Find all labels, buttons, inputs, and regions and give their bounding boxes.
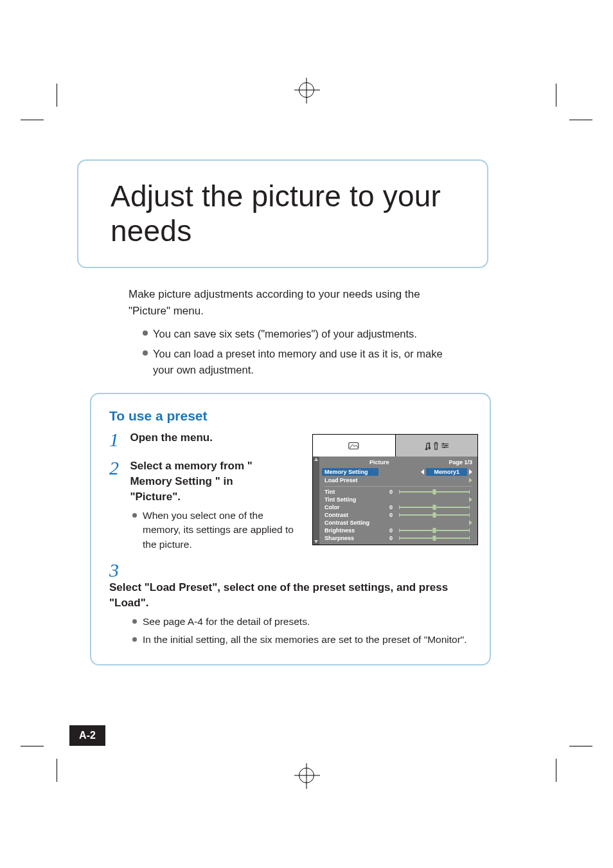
- scroll-down-icon: [314, 540, 318, 543]
- step-3: 3 Select "Load Preset", select one of th…: [109, 561, 472, 647]
- step-note: When you select one of the memory, its s…: [132, 509, 299, 552]
- osd-row-label: Memory Setting: [322, 468, 378, 476]
- crop-mark: [569, 746, 592, 746]
- osd-header: Picture Page 1/3: [319, 457, 477, 467]
- crop-mark: [57, 759, 57, 782]
- intro-bullet: You can save six sets ("memories") of yo…: [143, 326, 450, 342]
- preset-heading: To use a preset: [109, 408, 472, 424]
- osd-row-value: 0: [381, 535, 393, 541]
- crop-mark: [556, 84, 556, 107]
- preset-box: To use a preset 1 Open the menu. 2 Selec…: [90, 393, 491, 665]
- osd-row-value: 0: [381, 527, 393, 534]
- picture-tab-icon: [348, 441, 360, 450]
- osd-row-label: Tint Setting: [324, 496, 381, 503]
- scroll-up-icon: [314, 458, 318, 461]
- osd-scrollbar[interactable]: [313, 457, 319, 545]
- content-area: Adjust the picture to your needs Make pi…: [90, 159, 501, 665]
- osd-row-color[interactable]: Color 0: [319, 503, 477, 511]
- crop-mark: [21, 120, 44, 120]
- step-head: Select a memory from " Memory Setting " …: [130, 458, 278, 504]
- intro-bullet: You can load a preset into memory and us…: [143, 346, 450, 378]
- osd-tab-picture[interactable]: [313, 435, 395, 457]
- intro-bullets: You can save six sets ("memories") of yo…: [129, 326, 450, 377]
- osd-row-contrast-setting[interactable]: Contrast Setting: [319, 519, 477, 527]
- osd-row-value: 0: [381, 504, 393, 511]
- title-block: Adjust the picture to your needs: [77, 159, 488, 268]
- crop-mark: [556, 759, 556, 782]
- step-number: 2: [109, 458, 127, 478]
- osd-tab-other[interactable]: [395, 435, 478, 457]
- svg-rect-1: [443, 444, 444, 445]
- triangle-left-icon: [421, 469, 424, 475]
- osd-tabs: [313, 435, 477, 457]
- step-note: In the initial setting, all the six memo…: [132, 633, 472, 647]
- svg-rect-2: [445, 445, 447, 446]
- osd-page-indicator: Page 1/3: [449, 459, 472, 466]
- crop-mark: [21, 746, 44, 746]
- wrench-icon: [433, 442, 439, 450]
- sliders-icon: [441, 442, 449, 449]
- osd-row-label: Color: [324, 504, 381, 511]
- triangle-right-icon: [469, 469, 472, 475]
- osd-body: Picture Page 1/3 Memory Setting Memory1 …: [313, 457, 477, 545]
- osd-row-memory-setting[interactable]: Memory Setting Memory1: [319, 467, 477, 476]
- osd-row-value: 0: [381, 489, 393, 495]
- osd-slider[interactable]: [399, 536, 470, 540]
- osd-menu: Picture Page 1/3 Memory Setting Memory1 …: [312, 434, 478, 545]
- music-note-icon: [424, 442, 431, 450]
- crop-mark: [57, 84, 57, 107]
- osd-memory-value: Memory1: [426, 468, 467, 476]
- osd-slider[interactable]: [399, 505, 470, 509]
- osd-slider[interactable]: [399, 513, 470, 517]
- osd-row-contrast[interactable]: Contrast 0: [319, 511, 477, 519]
- osd-slider[interactable]: [399, 529, 470, 532]
- registration-mark-top: [299, 82, 314, 98]
- osd-row-label: Brightness: [324, 527, 381, 534]
- osd-row-value: 0: [381, 512, 393, 518]
- svg-rect-3: [443, 447, 445, 448]
- registration-mark-bottom: [299, 768, 314, 783]
- osd-row-label: Contrast: [324, 512, 381, 518]
- osd-tab-label: Picture: [369, 459, 389, 466]
- osd-row-label: Sharpness: [324, 535, 381, 541]
- page-title: Adjust the picture to your needs: [111, 179, 466, 249]
- page: Adjust the picture to your needs Make pi…: [0, 0, 613, 868]
- step-head: Open the menu.: [130, 430, 212, 446]
- step-number: 1: [109, 430, 127, 449]
- triangle-right-icon: [469, 520, 472, 525]
- step-note: See page A-4 for the detail of presets.: [132, 615, 472, 629]
- osd-row-load-preset[interactable]: Load Preset: [319, 476, 477, 484]
- osd-row-tint-setting[interactable]: Tint Setting: [319, 496, 477, 503]
- osd-row-tint[interactable]: Tint 0: [319, 488, 477, 496]
- osd-row-sharpness[interactable]: Sharpness 0: [319, 534, 477, 542]
- step-number: 3: [109, 561, 127, 580]
- osd-row-brightness[interactable]: Brightness 0: [319, 527, 477, 534]
- triangle-right-icon: [469, 478, 472, 483]
- osd-row-label: Load Preset: [324, 477, 381, 484]
- page-number: A-2: [69, 725, 105, 746]
- crop-mark: [569, 120, 592, 120]
- osd-separator: [324, 486, 472, 487]
- osd-row-label: Contrast Setting: [324, 520, 381, 526]
- osd-slider[interactable]: [399, 490, 470, 494]
- triangle-right-icon: [469, 497, 472, 502]
- intro: Make picture adjustments according to yo…: [90, 286, 450, 378]
- intro-text: Make picture adjustments according to yo…: [129, 286, 450, 320]
- osd-row-label: Tint: [324, 489, 381, 495]
- step-head: Select "Load Preset", select one of the …: [109, 580, 456, 611]
